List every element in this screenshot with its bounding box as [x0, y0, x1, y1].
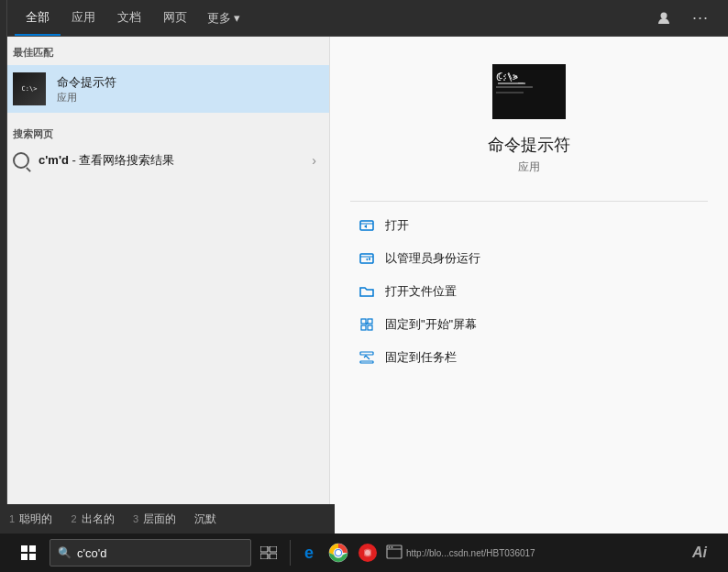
tab-all[interactable]: 全部: [15, 0, 61, 36]
web-search-label: 搜索网页: [0, 118, 329, 145]
cmd-app-icon: [13, 72, 46, 105]
browser-icon: [386, 544, 403, 561]
pin-start-label: 固定到"开始"屏幕: [385, 316, 477, 333]
svg-text:C:\>_: C:\>_: [496, 72, 524, 83]
svg-rect-4: [496, 92, 524, 94]
red-app-icon-button[interactable]: [353, 538, 382, 567]
word-item-4[interactable]: 沉默: [194, 512, 216, 527]
action-open[interactable]: 打开: [348, 209, 710, 242]
taskbar-search-box[interactable]: 🔍 c'co'd: [50, 539, 251, 566]
svg-rect-19: [260, 554, 268, 559]
taskbar-search-text: c'co'd: [77, 546, 106, 560]
tab-apps[interactable]: 应用: [61, 0, 106, 36]
svg-rect-9: [361, 325, 366, 330]
open-label: 打开: [385, 217, 409, 234]
action-list: 打开 以管理员身份运行: [330, 209, 728, 374]
svg-rect-7: [361, 319, 366, 324]
browser-url-text: http://blo...csdn.net/HBT036017: [406, 548, 535, 558]
person-icon[interactable]: [651, 6, 677, 31]
app-preview-type: 应用: [518, 160, 540, 175]
word-text-1: 聪明的: [19, 512, 52, 525]
ai-label-area[interactable]: Ai: [680, 534, 719, 572]
start-button[interactable]: [11, 535, 46, 570]
svg-point-27: [389, 546, 391, 548]
red-app-icon: [358, 543, 378, 563]
svg-rect-14: [29, 545, 36, 552]
admin-icon: [358, 249, 376, 268]
action-pin-taskbar[interactable]: 固定到任务栏: [348, 341, 710, 374]
svg-rect-6: [360, 254, 373, 263]
word-num-1: 1: [9, 513, 15, 524]
left-edge-bar: [0, 0, 7, 513]
folder-icon: [358, 282, 376, 301]
web-search-item[interactable]: c'm'd - 查看网络搜索结果 ›: [0, 145, 329, 176]
cmd-result-item[interactable]: 命令提示符 应用: [0, 65, 329, 113]
pin-taskbar-icon: [358, 348, 376, 367]
svg-point-28: [392, 546, 393, 548]
svg-rect-18: [270, 546, 277, 552]
svg-rect-3: [496, 86, 533, 88]
word-item-2[interactable]: 2 出名的: [71, 512, 114, 527]
divider: [350, 201, 709, 202]
action-open-location[interactable]: 打开文件位置: [348, 275, 710, 308]
more-options-icon[interactable]: ···: [688, 6, 713, 31]
web-search-text: c'm'd - 查看网络搜索结果: [39, 152, 312, 169]
word-num-3: 3: [133, 513, 138, 524]
chrome-icon: [328, 543, 348, 563]
word-text-3: 层面的: [143, 512, 176, 525]
svg-point-25: [365, 550, 370, 556]
word-bar: 1 聪明的 2 出名的 3 层面的 沉默: [0, 504, 335, 534]
svg-rect-16: [29, 554, 36, 560]
svg-rect-11: [360, 352, 373, 355]
task-view-button[interactable]: [251, 535, 286, 570]
result-text-area: 命令提示符 应用: [57, 74, 116, 104]
svg-rect-17: [260, 546, 268, 552]
ai-label: Ai: [692, 544, 707, 561]
main-content: 最佳匹配 命令提示符 应用 搜索网页 c'm'd - 查看网络搜索结果: [0, 37, 728, 572]
tab-more[interactable]: 更多 ▾: [198, 3, 249, 34]
result-title: 命令提示符: [57, 74, 116, 91]
left-panel: 最佳匹配 命令提示符 应用 搜索网页 c'm'd - 查看网络搜索结果: [0, 37, 330, 572]
svg-point-0: [661, 12, 667, 18]
action-pin-start[interactable]: 固定到"开始"屏幕: [348, 308, 710, 341]
tab-icon-area: ···: [651, 6, 721, 31]
app-preview-name: 命令提示符: [488, 134, 570, 156]
svg-point-23: [336, 550, 341, 556]
chevron-right-icon: ›: [312, 153, 316, 168]
action-run-as-admin[interactable]: 以管理员身份运行: [348, 242, 710, 275]
chrome-icon-button[interactable]: [324, 538, 353, 567]
search-panel: 全部 应用 文档 网页 更多 ▾ ···: [0, 0, 728, 572]
word-text-4: 沉默: [194, 512, 216, 525]
tab-docs[interactable]: 文档: [106, 0, 152, 36]
search-keyword: c'm'd: [39, 153, 69, 167]
tab-bar: 全部 应用 文档 网页 更多 ▾ ···: [0, 0, 728, 37]
app-preview-icon: C:\>_: [492, 64, 566, 119]
web-search-icon: [13, 152, 29, 169]
svg-rect-15: [21, 554, 28, 560]
svg-rect-10: [368, 325, 372, 330]
edge-icon: e: [304, 544, 314, 563]
open-location-label: 打开文件位置: [385, 283, 457, 300]
web-search-section: 搜索网页 c'm'd - 查看网络搜索结果 ›: [0, 118, 329, 176]
admin-label: 以管理员身份运行: [385, 250, 480, 267]
browser-url-area[interactable]: http://blo...csdn.net/HBT036017: [386, 544, 535, 561]
pin-taskbar-label: 固定到任务栏: [385, 349, 457, 366]
edge-icon-button[interactable]: e: [294, 538, 324, 567]
search-suffix: - 查看网络搜索结果: [69, 153, 175, 167]
word-item-1[interactable]: 1 聪明的: [9, 512, 52, 527]
right-panel: C:\>_ 命令提示符 应用 打: [330, 37, 728, 572]
best-match-label: 最佳匹配: [0, 37, 329, 63]
svg-rect-12: [360, 361, 373, 363]
more-arrow-icon: ▾: [234, 11, 240, 25]
word-item-3[interactable]: 3 层面的: [133, 512, 176, 527]
word-text-2: 出名的: [82, 512, 115, 525]
result-subtitle: 应用: [57, 91, 116, 104]
svg-rect-13: [21, 545, 28, 552]
svg-rect-8: [368, 319, 372, 324]
svg-rect-20: [270, 554, 277, 559]
pin-start-icon: [358, 315, 376, 334]
taskbar: 🔍 c'co'd e: [0, 534, 728, 572]
tab-web[interactable]: 网页: [152, 0, 198, 36]
taskbar-search-icon: 🔍: [58, 546, 72, 559]
word-num-2: 2: [71, 513, 76, 524]
